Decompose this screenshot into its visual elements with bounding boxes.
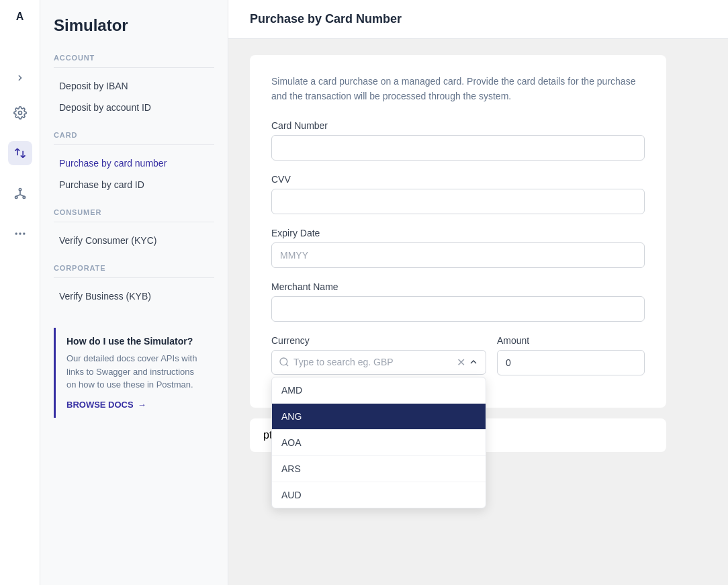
form-card: Simulate a card purchase on a managed ca… [250,55,666,408]
svg-line-5 [16,195,20,197]
merchant-name-input[interactable] [271,296,645,322]
sidebar-item-deposit-iban[interactable]: Deposit by IBAN [54,76,214,96]
page-header: Purchase by Card Number [228,0,728,39]
integrations-icon[interactable] [8,181,32,206]
section-label-corporate: CORPORATE [54,264,214,272]
currency-option-aoa[interactable]: AOA [272,430,486,456]
icon-bar: A [0,0,40,585]
svg-point-10 [280,358,287,365]
svg-line-6 [20,195,24,197]
currency-label: Currency [271,335,486,346]
currency-group: Currency ✕ AMD ANG [271,335,486,375]
svg-point-0 [18,111,21,115]
help-box: How do I use the Simulator? Our detailed… [54,328,214,418]
card-number-label: Card Number [271,120,645,131]
sidebar-item-verify-business[interactable]: Verify Business (KYB) [54,286,214,306]
sidebar-item-verify-consumer[interactable]: Verify Consumer (KYC) [54,230,214,251]
section-label-consumer: CONSUMER [54,208,214,216]
svg-point-2 [15,196,17,198]
svg-point-9 [23,232,25,234]
currency-chevron-icon[interactable] [468,357,479,367]
currency-clear-button[interactable]: ✕ [457,356,465,369]
svg-point-3 [23,196,25,198]
sidebar-title: Simulator [54,16,214,35]
expiry-date-group: Expiry Date [271,228,645,268]
sidebar-item-purchase-card-number[interactable]: Purchase by card number [54,153,214,173]
currency-option-ang[interactable]: ANG [272,404,486,430]
sidebar-item-purchase-card-id[interactable]: Purchase by card ID [54,175,214,195]
settings-icon[interactable] [8,101,32,125]
help-box-title: How do I use the Simulator? [66,336,203,347]
currency-icons: ✕ [457,356,479,369]
browse-docs-link[interactable]: BROWSE DOCS → [66,400,203,410]
form-description: Simulate a card purchase on a managed ca… [271,74,645,104]
main-content: Purchase by Card Number Simulate a card … [228,0,728,585]
section-label-account: ACCOUNT [54,54,214,62]
currency-option-aud[interactable]: AUD [272,482,486,508]
help-box-text: Our detailed docs cover APIs with links … [66,352,203,392]
expiry-date-label: Expiry Date [271,228,645,238]
card-number-input[interactable] [271,135,645,161]
currency-amount-row: Currency ✕ AMD ANG [271,335,645,375]
expiry-date-input[interactable] [271,242,645,268]
collapse-button[interactable] [13,71,27,85]
amount-label: Amount [497,335,645,346]
section-label-card: CARD [54,131,214,139]
cvv-group: CVV [271,174,645,214]
svg-line-11 [286,364,288,366]
search-icon [279,357,289,367]
svg-point-1 [19,189,21,191]
amount-group: Amount [497,335,645,375]
sidebar-item-deposit-account[interactable]: Deposit by account ID [54,97,214,118]
currency-search-wrapper: ✕ [271,350,486,375]
sidebar: Simulator ACCOUNT Deposit by IBAN Deposi… [40,0,228,585]
merchant-name-group: Merchant Name [271,281,645,322]
svg-point-8 [19,232,21,234]
cvv-label: CVV [271,174,645,185]
more-icon[interactable] [8,222,32,246]
app-logo: A [16,11,24,23]
transfer-icon[interactable] [8,141,32,165]
currency-search-input[interactable] [293,357,453,367]
currency-dropdown: AMD ANG AOA ARS AUD [271,377,486,508]
merchant-name-label: Merchant Name [271,281,645,292]
svg-point-7 [15,232,17,234]
currency-option-ars[interactable]: ARS [272,456,486,482]
amount-input[interactable] [497,350,645,375]
currency-option-amd[interactable]: AMD [272,377,486,404]
cvv-input[interactable] [271,189,645,214]
card-number-group: Card Number [271,120,645,161]
